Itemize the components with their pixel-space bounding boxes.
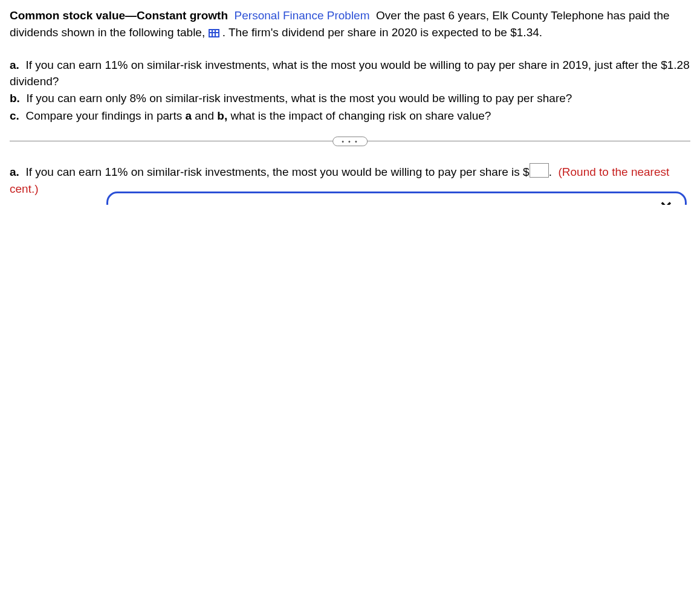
problem-statement: Common stock value—Constant growth Perso…	[10, 7, 690, 40]
problem-tag: Personal Finance Problem	[235, 9, 370, 22]
data-table-modal: ✕ Data table (Click on the icon here in …	[106, 192, 687, 205]
expand-pill[interactable]: • • •	[332, 137, 368, 146]
title: Common stock value	[10, 9, 125, 22]
close-icon[interactable]: ✕	[659, 202, 673, 205]
question-list: a. If you can earn 11% on similar-risk i…	[10, 57, 690, 124]
subtitle: Constant growth	[137, 9, 228, 22]
answer-input-a[interactable]	[530, 163, 549, 178]
table-icon[interactable]	[209, 29, 219, 37]
section-divider: • • •	[10, 141, 690, 141]
